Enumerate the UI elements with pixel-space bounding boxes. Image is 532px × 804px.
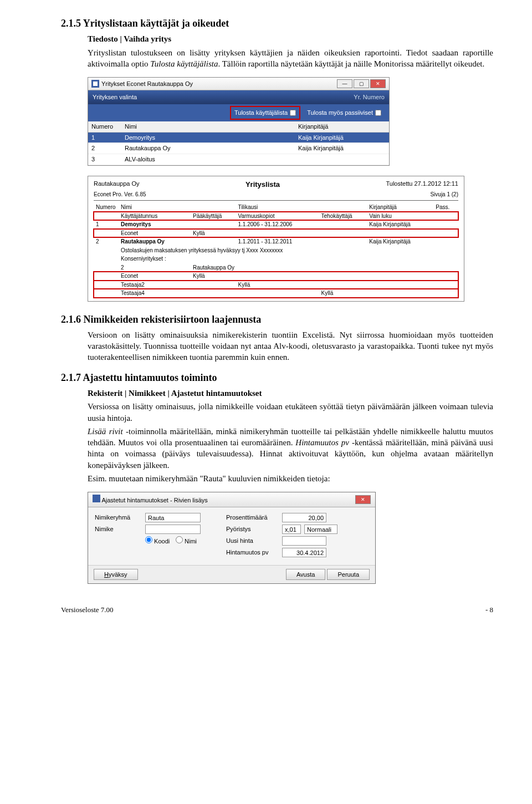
breadcrumb-215: Tiedosto | Vaihda yritys	[88, 34, 171, 43]
label-hintamuutos-pv: Hintamuutos pv	[226, 548, 279, 557]
input-hintamuutos-pv[interactable]: 30.4.2012	[282, 548, 326, 557]
input-uusi-hinta[interactable]	[282, 536, 326, 546]
label-uusi-hinta: Uusi hinta	[226, 537, 279, 545]
subheader-right: Yr. Numero	[354, 93, 385, 101]
section-216: 2.1.6 Nimikkeiden rekisterisiirtoon laaj…	[61, 313, 493, 363]
titlebar: Yritykset Econet Rautakauppa Oy — ▢ ✕	[88, 78, 389, 90]
col-nimi[interactable]: Nimi	[121, 121, 295, 132]
peruuta-button[interactable]: Peruuta	[327, 569, 370, 580]
avusta-button[interactable]: Avusta	[286, 569, 325, 580]
app-icon	[91, 80, 99, 88]
para-217-3: Esim. muutetaan nimikeryhmään "Rauta" ku…	[88, 473, 493, 484]
footer-right: - 8	[485, 605, 493, 615]
col-numero[interactable]: Numero	[88, 121, 121, 132]
heading-216: 2.1.6 Nimikkeiden rekisterisiirtoon laaj…	[61, 313, 493, 326]
minimize-button[interactable]: —	[337, 79, 352, 88]
dialog-title-text: Ajastetut hintamuutokset - Rivien lisäys	[101, 497, 207, 503]
company-table: Numero Nimi Kirjanpitäjä 1DemoyritysKaij…	[88, 121, 389, 165]
heading-217: 2.1.7 Ajastettu hintamuutos toiminto	[61, 371, 493, 384]
breadcrumb-217: Rekisterit | Nimikkeet | Ajastetut hinta…	[88, 389, 262, 398]
chk-tulosta-kayttajalista[interactable]: Tulosta käyttäjälista	[230, 106, 300, 120]
para-216: Versioon on lisätty ominaisuuksia nimike…	[88, 329, 493, 363]
input-nimike[interactable]	[145, 525, 201, 534]
dialog-icon	[93, 495, 100, 502]
table-row[interactable]: 3ALV-aloitus	[88, 154, 389, 165]
report-yrityslista: Rautakauppa Oy Yrityslista Tulostettu 27…	[88, 176, 464, 302]
maximize-button[interactable]: ▢	[354, 79, 369, 88]
para-217-1: Versiossa on lisätty ominaisuus, jolla n…	[88, 401, 493, 424]
report-company: Rautakauppa Oy	[94, 180, 140, 190]
footer-left: Versioseloste 7.00	[61, 605, 114, 615]
input-pyoristys-1[interactable]: x,01	[282, 525, 301, 534]
label-nimike: Nimike	[95, 525, 142, 533]
table-row[interactable]: 2Rautakauppa OyKaija Kirjanpitäjä	[88, 143, 389, 154]
radio-koodi[interactable]: Koodi	[145, 536, 170, 546]
svg-rect-2	[93, 495, 100, 502]
titlebar-text: Yritykset Econet Rautakauppa Oy	[101, 80, 193, 88]
close-button[interactable]: ✕	[370, 79, 386, 88]
report-version: Econet Pro. Ver. 6.85	[94, 191, 146, 199]
section-217: 2.1.7 Ajastettu hintamuutos toiminto Rek…	[61, 371, 493, 484]
dialog-close-button[interactable]: ✕	[355, 495, 371, 504]
para-215: Yrityslistan tulostukseen on lisätty yri…	[88, 47, 493, 70]
subheader-title: Yrityksen valinta	[93, 93, 137, 101]
chk-tulosta-passiiviset[interactable]: Tulosta myös passiiviset	[304, 106, 385, 120]
hyvaksy-button[interactable]: Hyväksy	[94, 569, 138, 580]
label-nimikeryhma: Nimikeryhmä	[95, 513, 142, 522]
app-window-yritykset: Yritykset Econet Rautakauppa Oy — ▢ ✕ Yr…	[88, 77, 390, 166]
input-nimikeryhma[interactable]: Rauta	[145, 513, 201, 522]
col-kirjanpitaja[interactable]: Kirjanpitäjä	[295, 121, 389, 132]
table-row[interactable]: 1DemoyritysKaija Kirjanpitäjä	[88, 132, 389, 143]
label-pyoristys: Pyöristys	[226, 525, 279, 533]
report-pages: Sivuja 1 (2)	[430, 191, 458, 199]
label-prosenttimaara: Prosenttimäärä	[226, 513, 279, 522]
para-217-2: Lisää rivit -toiminnolla määritellään, m…	[88, 426, 493, 471]
page-footer: Versioseloste 7.00 - 8	[61, 605, 493, 615]
dialog-ajastetut-hintamuutokset: Ajastetut hintamuutokset - Rivien lisäys…	[88, 492, 376, 584]
section-215: 2.1.5 Yrityslistaan käyttäjät ja oikeude…	[61, 17, 493, 69]
report-title: Yrityslista	[245, 180, 280, 190]
subheader: Yrityksen valinta Yr. Numero	[88, 90, 389, 104]
input-prosenttimaara[interactable]: 20,00	[282, 513, 326, 522]
heading-215: 2.1.5 Yrityslistaan käyttäjät ja oikeude…	[61, 17, 493, 30]
input-pyoristys-2[interactable]: Normaali	[304, 525, 337, 534]
report-printed: Tulostettu 27.1.2012 12:11	[386, 180, 458, 190]
svg-rect-1	[93, 82, 98, 86]
radio-nimi[interactable]: Nimi	[176, 536, 201, 546]
